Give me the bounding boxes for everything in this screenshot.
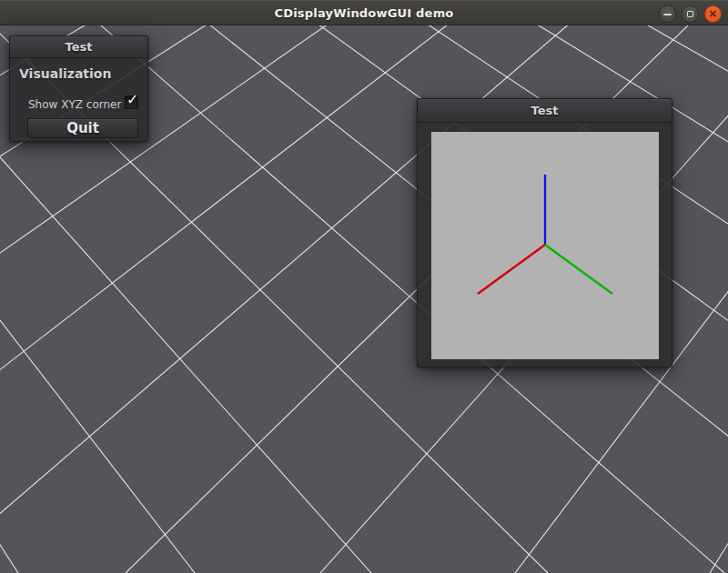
application-window: CDisplayWindowGUI demo Test Visualizatio… [0,0,728,573]
show-xyz-corner-label: Show XYZ corner [28,98,121,111]
control-panel-header[interactable]: Test [10,36,147,58]
visualization-section-label: Visualization [19,66,111,81]
test-subwindow-title: Test [531,104,559,117]
quit-button[interactable]: Quit [27,118,138,138]
control-panel-title: Test [66,40,93,54]
window-controls [659,1,722,26]
maximize-button[interactable] [682,5,699,23]
minimize-icon [663,14,672,15]
os-titlebar[interactable]: CDisplayWindowGUI demo [0,0,728,25]
test-subwindow-header[interactable]: Test [418,99,672,123]
minimize-button[interactable] [659,5,676,23]
test-subwindow: Test [417,98,672,367]
window-title: CDisplayWindowGUI demo [274,6,453,20]
checkmark-icon: ✓ [126,93,138,107]
control-panel-window: Test Visualization Show XYZ corner ✓ Qui… [9,35,148,142]
grid-line [710,25,728,573]
xyz-corner-canvas[interactable] [431,132,659,359]
show-xyz-corner-checkbox[interactable]: ✓ [125,96,138,109]
close-button[interactable] [704,5,722,23]
maximize-icon [687,11,693,17]
